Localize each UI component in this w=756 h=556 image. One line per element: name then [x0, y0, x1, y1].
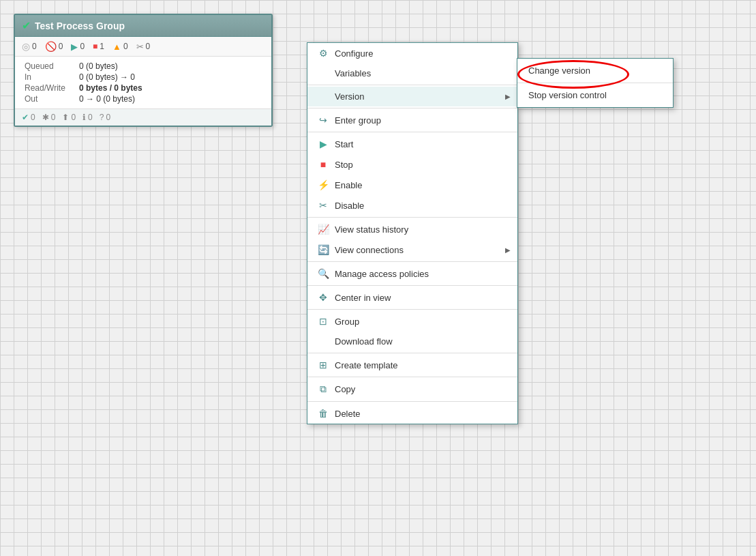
- divider-10: [307, 401, 517, 402]
- label-in: In: [22, 72, 76, 83]
- stop-icon: ■: [93, 42, 97, 51]
- divider-4: [307, 217, 517, 218]
- menu-label-version: Version: [335, 91, 364, 102]
- menu-label-variables: Variables: [335, 68, 371, 78]
- stop-version-control-label: Stop version control: [528, 90, 607, 100]
- play-icon: ▶: [71, 42, 78, 52]
- menu-label-center-in-view: Center in view: [335, 293, 391, 303]
- menu-item-center-in-view[interactable]: ✥ Center in view: [307, 287, 517, 308]
- menu-item-create-template[interactable]: ⊞ Create template: [307, 355, 517, 375]
- card-title: Test Process Group: [35, 20, 125, 31]
- table-row: Read/Write 0 bytes / 0 bytes: [22, 83, 264, 93]
- menu-item-view-connections[interactable]: 🔄 View connections: [307, 239, 517, 260]
- version-submenu: Change version Stop version control: [517, 58, 674, 108]
- value-out: 0 → 0 (0 bytes): [76, 93, 264, 104]
- menu-label-start: Start: [335, 139, 353, 149]
- divider-8: [307, 353, 517, 353]
- manage-access-icon: 🔍: [317, 268, 329, 279]
- menu-item-delete[interactable]: 🗑 Delete: [307, 403, 517, 424]
- process-group-card: ✔ Test Process Group ◎ 0 🚫 0 ▶ 0 ■ 1 ▲ 0…: [14, 14, 273, 127]
- card-footer: ✔ 0 ✱ 0 ⬆ 0 ℹ 0 ? 0: [15, 109, 271, 126]
- menu-item-enable[interactable]: ⚡ Enable: [307, 175, 517, 195]
- footer-stat-info: ℹ 0: [82, 113, 93, 122]
- menu-label-download-flow: Download flow: [335, 336, 393, 347]
- menu-label-delete: Delete: [335, 409, 361, 419]
- divider-3: [307, 132, 517, 132]
- label-queued: Queued: [22, 61, 76, 72]
- menu-item-configure[interactable]: ⚙ Configure: [307, 43, 517, 63]
- divider-9: [307, 377, 517, 377]
- menu-item-group[interactable]: ⊡ Group: [307, 311, 517, 332]
- stat-play: ▶ 0: [71, 42, 85, 52]
- divider-6: [307, 285, 517, 286]
- label-out: Out: [22, 93, 76, 104]
- menu-item-enter-group[interactable]: ↪ Enter group: [307, 110, 517, 130]
- footer-stat-check: ✔ 0: [22, 113, 35, 122]
- check-small-icon: ✔: [22, 113, 29, 122]
- scissors-icon: ✂: [136, 42, 144, 52]
- menu-item-download-flow[interactable]: Download flow: [307, 332, 517, 351]
- menu-label-enable: Enable: [335, 180, 362, 190]
- stat-scissors: ✂ 0: [136, 42, 151, 52]
- context-menu: ⚙ Configure Variables Version ↪ Enter gr…: [307, 42, 518, 424]
- chart-icon: 📈: [317, 224, 329, 235]
- copy-icon: ⧉: [317, 383, 329, 395]
- table-row: Out 0 → 0 (0 bytes): [22, 93, 264, 104]
- menu-label-configure: Configure: [335, 48, 373, 59]
- footer-stat-asterisk: ✱ 0: [42, 113, 56, 122]
- menu-label-view-status: View status history: [335, 224, 408, 235]
- menu-label-copy: Copy: [335, 384, 355, 394]
- divider-1: [307, 85, 517, 85]
- menu-item-start[interactable]: ▶ Start: [307, 134, 517, 154]
- info-icon: ℹ: [82, 113, 86, 122]
- card-stats-row: ◎ 0 🚫 0 ▶ 0 ■ 1 ▲ 0 ✂ 0: [15, 37, 271, 57]
- stat-stop: ■ 1: [93, 42, 104, 51]
- gear-icon: ⚙: [317, 48, 329, 59]
- start-icon: ▶: [317, 138, 329, 149]
- submenu-item-stop-version-control[interactable]: Stop version control: [517, 83, 673, 107]
- divider-7: [307, 309, 517, 310]
- value-queued: 0 (0 bytes): [76, 61, 264, 72]
- enter-group-icon: ↪: [317, 115, 329, 126]
- value-readwrite: 0 bytes / 0 bytes: [76, 83, 264, 93]
- menu-label-disable: Disable: [335, 201, 364, 211]
- menu-item-version[interactable]: Version: [307, 87, 517, 106]
- footer-stat-question: ? 0: [100, 113, 110, 122]
- menu-item-variables[interactable]: Variables: [307, 63, 517, 83]
- connections-icon: 🔄: [317, 244, 329, 255]
- menu-item-stop[interactable]: ■ Stop: [307, 154, 517, 175]
- menu-label-enter-group: Enter group: [335, 115, 381, 126]
- card-header: ✔ Test Process Group: [15, 15, 271, 37]
- template-icon: ⊞: [317, 360, 329, 370]
- enable-icon: ⚡: [317, 179, 329, 190]
- menu-item-view-status[interactable]: 📈 View status history: [307, 219, 517, 239]
- table-row: In 0 (0 bytes) → 0: [22, 72, 264, 83]
- menu-item-copy[interactable]: ⧉ Copy: [307, 379, 517, 400]
- menu-item-manage-access[interactable]: 🔍 Manage access policies: [307, 263, 517, 284]
- menu-label-manage-access: Manage access policies: [335, 269, 429, 279]
- asterisk-icon: ✱: [42, 113, 49, 122]
- value-in: 0 (0 bytes) → 0: [76, 72, 264, 83]
- divider-2: [307, 108, 517, 108]
- stop-menu-icon: ■: [317, 159, 329, 170]
- menu-label-group: Group: [335, 317, 359, 327]
- label-readwrite: Read/Write: [22, 83, 76, 93]
- trash-icon: 🗑: [317, 408, 329, 419]
- submenu-item-change-version[interactable]: Change version: [517, 59, 673, 83]
- divider-5: [307, 261, 517, 262]
- center-icon: ✥: [317, 292, 329, 303]
- stat-eye-off: 🚫 0: [45, 41, 63, 52]
- change-version-label: Change version: [528, 65, 590, 76]
- stat-warning: ▲ 0: [112, 42, 128, 52]
- eye-off-icon: 🚫: [45, 41, 57, 52]
- circle-dot-icon: ◎: [22, 41, 30, 52]
- menu-label-view-connections: View connections: [335, 245, 404, 255]
- menu-item-disable[interactable]: ✂ Disable: [307, 195, 517, 216]
- disable-icon: ✂: [317, 200, 329, 211]
- menu-label-create-template: Create template: [335, 360, 398, 370]
- stat-circle-dot: ◎ 0: [22, 41, 37, 52]
- table-row: Queued 0 (0 bytes): [22, 61, 264, 72]
- warning-icon: ▲: [112, 42, 121, 52]
- menu-label-stop: Stop: [335, 160, 353, 170]
- card-data: Queued 0 (0 bytes) In 0 (0 bytes) → 0 Re…: [15, 57, 271, 109]
